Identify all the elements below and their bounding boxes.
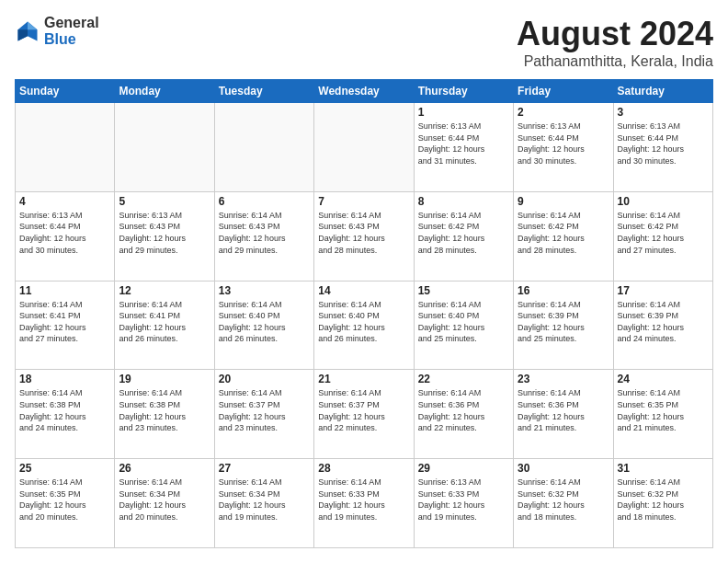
day-info: Sunrise: 6:14 AM Sunset: 6:32 PM Dayligh…	[518, 477, 609, 523]
week-row-2: 11Sunrise: 6:14 AM Sunset: 6:41 PM Dayli…	[16, 281, 713, 370]
day-number: 23	[518, 373, 609, 385]
day-info: Sunrise: 6:14 AM Sunset: 6:39 PM Dayligh…	[618, 299, 709, 345]
day-info: Sunrise: 6:14 AM Sunset: 6:34 PM Dayligh…	[119, 477, 210, 523]
day-number: 26	[119, 462, 210, 475]
day-cell: 2Sunrise: 6:13 AM Sunset: 6:44 PM Daylig…	[514, 103, 613, 192]
day-number: 17	[618, 284, 709, 297]
header: General Blue August 2024 Pathanamthitta,…	[15, 15, 713, 70]
day-info: Sunrise: 6:13 AM Sunset: 6:44 PM Dayligh…	[418, 121, 509, 167]
day-info: Sunrise: 6:14 AM Sunset: 6:36 PM Dayligh…	[518, 387, 609, 433]
week-row-1: 4Sunrise: 6:13 AM Sunset: 6:44 PM Daylig…	[16, 191, 713, 281]
day-info: Sunrise: 6:13 AM Sunset: 6:44 PM Dayligh…	[518, 121, 609, 167]
calendar-table: SundayMondayTuesdayWednesdayThursdayFrid…	[15, 79, 713, 548]
day-number: 1	[418, 106, 509, 119]
day-number: 6	[219, 195, 310, 208]
day-cell: 22Sunrise: 6:14 AM Sunset: 6:36 PM Dayli…	[414, 370, 513, 459]
day-info: Sunrise: 6:13 AM Sunset: 6:33 PM Dayligh…	[418, 477, 509, 523]
day-cell: 12Sunrise: 6:14 AM Sunset: 6:41 PM Dayli…	[115, 281, 214, 370]
day-number: 29	[418, 462, 509, 475]
day-number: 22	[418, 373, 509, 385]
day-number: 24	[618, 373, 709, 385]
day-info: Sunrise: 6:13 AM Sunset: 6:43 PM Dayligh…	[119, 210, 210, 256]
day-cell: 13Sunrise: 6:14 AM Sunset: 6:40 PM Dayli…	[214, 281, 313, 370]
day-number: 4	[19, 195, 110, 208]
day-cell: 28Sunrise: 6:14 AM Sunset: 6:33 PM Dayli…	[314, 459, 414, 548]
day-info: Sunrise: 6:14 AM Sunset: 6:43 PM Dayligh…	[318, 210, 409, 256]
day-cell: 1Sunrise: 6:13 AM Sunset: 6:44 PM Daylig…	[414, 103, 513, 192]
day-cell: 18Sunrise: 6:14 AM Sunset: 6:38 PM Dayli…	[16, 370, 115, 459]
day-cell: 21Sunrise: 6:14 AM Sunset: 6:37 PM Dayli…	[314, 370, 414, 459]
day-number: 12	[119, 284, 210, 297]
header-cell-tuesday: Tuesday	[214, 80, 313, 103]
header-cell-thursday: Thursday	[414, 80, 513, 103]
header-cell-monday: Monday	[115, 80, 214, 103]
day-number: 9	[518, 195, 609, 208]
header-cell-friday: Friday	[514, 80, 613, 103]
day-number: 15	[418, 284, 509, 297]
day-number: 16	[518, 284, 609, 297]
day-number: 31	[618, 462, 709, 475]
day-cell: 16Sunrise: 6:14 AM Sunset: 6:39 PM Dayli…	[514, 281, 613, 370]
day-cell: 20Sunrise: 6:14 AM Sunset: 6:37 PM Dayli…	[214, 370, 313, 459]
day-number: 20	[219, 373, 310, 385]
day-cell: 11Sunrise: 6:14 AM Sunset: 6:41 PM Dayli…	[16, 281, 115, 370]
week-row-4: 25Sunrise: 6:14 AM Sunset: 6:35 PM Dayli…	[16, 459, 713, 548]
logo-general: General	[44, 15, 99, 31]
week-row-3: 18Sunrise: 6:14 AM Sunset: 6:38 PM Dayli…	[16, 370, 713, 459]
logo-icon	[15, 18, 40, 44]
day-number: 21	[318, 373, 409, 385]
day-info: Sunrise: 6:14 AM Sunset: 6:36 PM Dayligh…	[418, 387, 509, 433]
day-number: 28	[318, 462, 409, 475]
day-cell: 27Sunrise: 6:14 AM Sunset: 6:34 PM Dayli…	[214, 459, 313, 548]
header-row: SundayMondayTuesdayWednesdayThursdayFrid…	[16, 80, 713, 103]
day-info: Sunrise: 6:14 AM Sunset: 6:35 PM Dayligh…	[19, 477, 110, 523]
day-number: 30	[518, 462, 609, 475]
day-number: 3	[618, 106, 709, 119]
day-info: Sunrise: 6:14 AM Sunset: 6:43 PM Dayligh…	[219, 210, 310, 256]
page: General Blue August 2024 Pathanamthitta,…	[0, 0, 728, 563]
day-info: Sunrise: 6:14 AM Sunset: 6:40 PM Dayligh…	[219, 299, 310, 345]
calendar-body: 1Sunrise: 6:13 AM Sunset: 6:44 PM Daylig…	[16, 103, 713, 548]
day-info: Sunrise: 6:13 AM Sunset: 6:44 PM Dayligh…	[618, 121, 709, 167]
day-cell: 6Sunrise: 6:14 AM Sunset: 6:43 PM Daylig…	[214, 191, 313, 281]
day-cell: 26Sunrise: 6:14 AM Sunset: 6:34 PM Dayli…	[115, 459, 214, 548]
day-info: Sunrise: 6:14 AM Sunset: 6:37 PM Dayligh…	[318, 387, 409, 433]
svg-marker-2	[18, 29, 28, 40]
day-cell: 9Sunrise: 6:14 AM Sunset: 6:42 PM Daylig…	[514, 191, 613, 281]
logo: General Blue	[15, 15, 99, 47]
day-info: Sunrise: 6:14 AM Sunset: 6:37 PM Dayligh…	[219, 387, 310, 433]
day-cell	[214, 103, 313, 192]
day-cell: 30Sunrise: 6:14 AM Sunset: 6:32 PM Dayli…	[514, 459, 613, 548]
day-cell: 25Sunrise: 6:14 AM Sunset: 6:35 PM Dayli…	[16, 459, 115, 548]
day-number: 5	[119, 195, 210, 208]
day-cell	[314, 103, 414, 192]
day-info: Sunrise: 6:14 AM Sunset: 6:40 PM Dayligh…	[318, 299, 409, 345]
svg-marker-1	[28, 21, 38, 29]
header-cell-sunday: Sunday	[16, 80, 115, 103]
header-cell-saturday: Saturday	[613, 80, 712, 103]
day-info: Sunrise: 6:14 AM Sunset: 6:42 PM Dayligh…	[618, 210, 709, 256]
day-cell	[115, 103, 214, 192]
day-cell	[16, 103, 115, 192]
day-number: 7	[318, 195, 409, 208]
week-row-0: 1Sunrise: 6:13 AM Sunset: 6:44 PM Daylig…	[16, 103, 713, 192]
day-info: Sunrise: 6:14 AM Sunset: 6:42 PM Dayligh…	[418, 210, 509, 256]
day-cell: 31Sunrise: 6:14 AM Sunset: 6:32 PM Dayli…	[613, 459, 712, 548]
day-cell: 19Sunrise: 6:14 AM Sunset: 6:38 PM Dayli…	[115, 370, 214, 459]
day-info: Sunrise: 6:14 AM Sunset: 6:41 PM Dayligh…	[19, 299, 110, 345]
day-info: Sunrise: 6:14 AM Sunset: 6:41 PM Dayligh…	[119, 299, 210, 345]
day-number: 27	[219, 462, 310, 475]
day-info: Sunrise: 6:14 AM Sunset: 6:40 PM Dayligh…	[418, 299, 509, 345]
main-title: August 2024	[517, 15, 713, 53]
day-cell: 29Sunrise: 6:13 AM Sunset: 6:33 PM Dayli…	[414, 459, 513, 548]
day-number: 10	[618, 195, 709, 208]
day-cell: 3Sunrise: 6:13 AM Sunset: 6:44 PM Daylig…	[613, 103, 712, 192]
day-cell: 17Sunrise: 6:14 AM Sunset: 6:39 PM Dayli…	[613, 281, 712, 370]
day-cell: 7Sunrise: 6:14 AM Sunset: 6:43 PM Daylig…	[314, 191, 414, 281]
day-info: Sunrise: 6:14 AM Sunset: 6:38 PM Dayligh…	[119, 387, 210, 433]
day-info: Sunrise: 6:13 AM Sunset: 6:44 PM Dayligh…	[19, 210, 110, 256]
day-cell: 14Sunrise: 6:14 AM Sunset: 6:40 PM Dayli…	[314, 281, 414, 370]
day-cell: 15Sunrise: 6:14 AM Sunset: 6:40 PM Dayli…	[414, 281, 513, 370]
calendar-header: SundayMondayTuesdayWednesdayThursdayFrid…	[16, 80, 713, 103]
day-info: Sunrise: 6:14 AM Sunset: 6:42 PM Dayligh…	[518, 210, 609, 256]
